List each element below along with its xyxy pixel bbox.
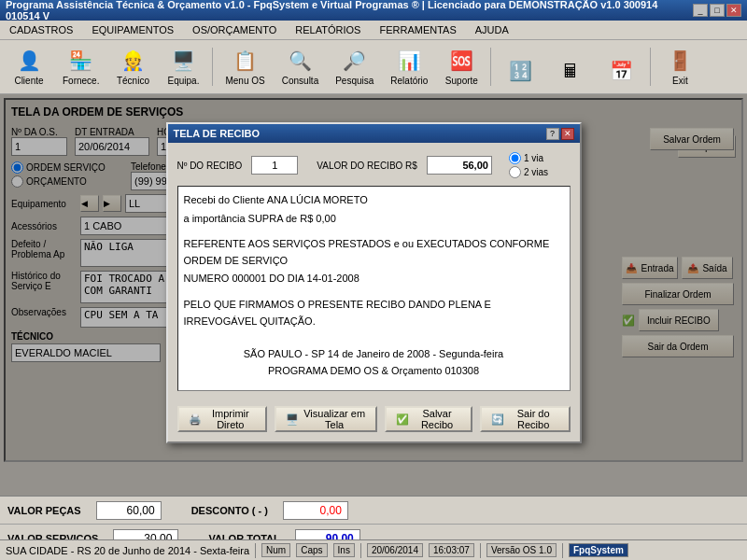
toolbar-fornece-label: Fornece. xyxy=(63,76,99,86)
main-content: TELA DA ORDEM DE SERVIÇOS Nº DA O.S. DT … xyxy=(0,94,747,496)
menu-bar: CADASTROS EQUIPAMENTOS OS/ORÇAMENTO RELA… xyxy=(0,21,747,40)
valor-pecas-box: 60,00 xyxy=(96,501,162,520)
suporte-icon: 🆘 xyxy=(446,46,476,76)
toolbar-sep2 xyxy=(490,48,491,86)
recibo-line-8: SÃO PAULO - SP 14 de Janeiro de 2008 - S… xyxy=(184,346,564,363)
exit-icon: 🚪 xyxy=(665,46,695,76)
toolbar-sep3 xyxy=(650,48,651,86)
menu-ferramentas[interactable]: FERRAMENTAS xyxy=(374,22,461,37)
consulta-icon: 🔍 xyxy=(285,46,315,76)
recibo-line-1: a importância SUPRA de R$ 0,00 xyxy=(184,211,564,228)
recibo-number-label: Nº DO RECIBO xyxy=(177,161,243,171)
toolbar-tecnico-label: Técnico xyxy=(117,76,149,86)
calc2-icon: 🖩 xyxy=(556,56,585,86)
toolbar-exit[interactable]: 🚪 Exit xyxy=(656,42,703,90)
toolbar-consulta[interactable]: 🔍 Consulta xyxy=(275,42,325,90)
modal-footer: 🖨️ Imprimir Direto 🖥️ Visualizar em Tela… xyxy=(168,400,580,441)
recibo-modal: TELA DE RECIBO ? ✕ Nº DO RECIBO VALOR DO… xyxy=(166,122,582,443)
status-sep1 xyxy=(255,543,256,558)
toolbar-pesquisa[interactable]: 🔎 Pesquisa xyxy=(329,42,380,90)
desconto-label: DESCONTO ( - ) xyxy=(191,505,268,516)
calc1-icon: 🔢 xyxy=(505,56,535,86)
toolbar-menu-os[interactable]: 📋 Menu OS xyxy=(218,42,271,90)
toolbar-calc1[interactable]: 🔢 xyxy=(497,52,543,90)
printer-icon: 🖨️ xyxy=(189,413,202,426)
menu-relatorios[interactable]: RELATÓRIOS xyxy=(289,22,366,37)
recibo-spacer2 xyxy=(184,289,564,297)
minimize-button[interactable]: _ xyxy=(693,4,708,17)
valor-recibo-input[interactable] xyxy=(427,156,492,175)
recibo-spacer3 xyxy=(184,331,564,346)
modal-help-button[interactable]: ? xyxy=(546,128,559,140)
toolbar-suporte[interactable]: 🆘 Suporte xyxy=(438,42,485,90)
recibo-spacer1 xyxy=(184,229,564,236)
sair-recibo-button[interactable]: 🔄 Sair do Recibo xyxy=(480,406,571,432)
status-version: Versão OS 1.0 xyxy=(486,543,557,557)
menu-ajuda[interactable]: AJUDA xyxy=(470,22,514,37)
valor-pecas-label: VALOR PEÇAS xyxy=(7,505,81,516)
recibo-line-4: NUMERO 000001 DO DIA 14-01-2008 xyxy=(184,271,564,287)
toolbar-cliente-label: Cliente xyxy=(14,76,43,86)
exit-recibo-icon: 🔄 xyxy=(491,413,504,426)
status-sep3 xyxy=(480,543,481,558)
menu-os-icon: 📋 xyxy=(231,46,261,76)
values-row1: VALOR PEÇAS 60,00 DESCONTO ( - ) 0,00 xyxy=(0,496,747,524)
modal-title-buttons: ? ✕ xyxy=(546,128,574,140)
check-save-icon: ✅ xyxy=(396,413,409,426)
status-num: Num xyxy=(261,543,290,557)
toolbar-equipa[interactable]: 🖥️ Equipa. xyxy=(160,42,206,90)
modal-overlay: TELA DE RECIBO ? ✕ Nº DO RECIBO VALOR DO… xyxy=(0,94,747,496)
calendar-icon: 📅 xyxy=(606,56,636,86)
toolbar-menu-os-label: Menu OS xyxy=(225,76,264,86)
toolbar-cliente[interactable]: 👤 Cliente xyxy=(6,42,52,90)
modal-body: Nº DO RECIBO VALOR DO RECIBO R$ 1 via xyxy=(168,143,580,400)
recibo-line-6: PELO QUE FIRMAMOS O PRESENTE RECIBO DAND… xyxy=(184,297,564,329)
visualizar-tela-button[interactable]: 🖥️ Visualizar em Tela xyxy=(275,406,377,432)
status-city: SUA CIDADE - RS 20 de Junho de 2014 - Se… xyxy=(6,545,249,556)
via1-radio[interactable] xyxy=(509,152,521,164)
desconto-box: 0,00 xyxy=(283,501,348,520)
pesquisa-icon: 🔎 xyxy=(340,46,370,76)
valor-recibo-label: VALOR DO RECIBO R$ xyxy=(317,161,417,171)
toolbar-fornece[interactable]: 🏪 Fornece. xyxy=(56,42,106,90)
recibo-number-input[interactable] xyxy=(251,156,298,175)
status-caps: Caps xyxy=(296,543,327,557)
relatorio-icon: 📊 xyxy=(394,46,424,76)
recibo-line-3: REFERENTE AOS SERVIÇOS PRESTADOS e ou EX… xyxy=(184,236,564,269)
title-bar: Programa Assistência Técnica & Orçamento… xyxy=(0,0,747,21)
status-brand: FpqSystem xyxy=(569,543,628,557)
imprimir-direto-button[interactable]: 🖨️ Imprimir Direto xyxy=(177,406,268,432)
via1-label: 1 via xyxy=(524,153,543,163)
cliente-icon: 👤 xyxy=(14,46,44,76)
menu-equipamentos[interactable]: EQUIPAMENTOS xyxy=(86,22,179,37)
status-time: 16:03:07 xyxy=(429,543,474,557)
menu-os-orcamento[interactable]: OS/ORÇAMENTO xyxy=(187,22,282,37)
toolbar-exit-label: Exit xyxy=(672,76,688,86)
status-bar: SUA CIDADE - RS 20 de Junho de 2014 - Se… xyxy=(0,539,747,560)
menu-cadastros[interactable]: CADASTROS xyxy=(4,22,78,37)
toolbar-equipa-label: Equipa. xyxy=(168,76,200,86)
status-date: 20/06/2014 xyxy=(367,543,423,557)
status-sep4 xyxy=(562,543,563,558)
salvar-recibo-button[interactable]: ✅ Salvar Recibo xyxy=(385,406,472,432)
modal-title: TELA DE RECIBO xyxy=(174,128,261,139)
toolbar: 👤 Cliente 🏪 Fornece. 👷 Técnico 🖥️ Equipa… xyxy=(0,40,747,94)
maximize-button[interactable]: □ xyxy=(710,4,725,17)
toolbar-tecnico[interactable]: 👷 Técnico xyxy=(109,42,156,90)
close-button[interactable]: ✕ xyxy=(726,4,741,17)
recibo-text-area: Recebi do Cliente ANA LÚCIA MORETO a imp… xyxy=(177,186,571,391)
toolbar-relatorio[interactable]: 📊 Relatório xyxy=(384,42,434,90)
window-controls: _ □ ✕ xyxy=(693,4,741,17)
via2-radio[interactable] xyxy=(509,166,521,178)
via2-label: 2 vias xyxy=(524,167,548,177)
toolbar-sep1 xyxy=(212,48,213,86)
toolbar-pesquisa-label: Pesquisa xyxy=(335,76,374,86)
tecnico-icon: 👷 xyxy=(118,46,148,76)
toolbar-suporte-label: Suporte xyxy=(445,76,478,86)
toolbar-calc2[interactable]: 🖩 xyxy=(547,52,594,90)
toolbar-consulta-label: Consulta xyxy=(282,76,318,86)
toolbar-calendar[interactable]: 📅 xyxy=(598,52,644,90)
toolbar-relatorio-label: Relatório xyxy=(390,76,428,86)
modal-close-button[interactable]: ✕ xyxy=(561,128,574,140)
fornece-icon: 🏪 xyxy=(66,46,96,76)
